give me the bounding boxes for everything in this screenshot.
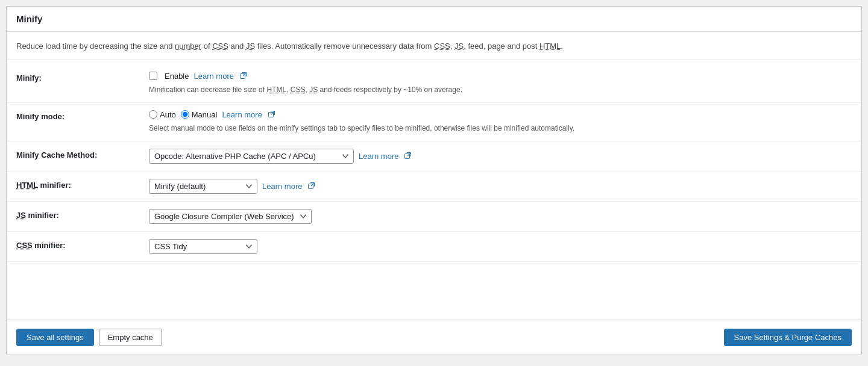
minify-mode-control-row: Auto Manual Learn more: [149, 110, 852, 119]
cache-method-label: Minify Cache Method:: [16, 149, 149, 160]
auto-label[interactable]: Auto: [160, 110, 176, 119]
svg-line-3: [271, 111, 274, 114]
manual-label[interactable]: Manual: [192, 110, 218, 119]
css-minifier-control: CSS Tidy Minify None: [149, 239, 852, 254]
manual-radio[interactable]: [181, 110, 189, 119]
content-area: Minify: Enable Learn more Minifi: [7, 60, 861, 320]
css-minifier-select[interactable]: CSS Tidy Minify None: [149, 239, 257, 254]
auto-radio-option: Auto: [149, 110, 176, 119]
footer-right: Save Settings & Purge Caches: [724, 329, 852, 346]
html-minifier-select[interactable]: Minify (default) HTML Tidy None: [149, 179, 257, 194]
html-minifier-learn-more-link[interactable]: Learn more: [262, 182, 302, 191]
minify-enable-label[interactable]: Enable: [165, 72, 189, 81]
html-minifier-control-row: Minify (default) HTML Tidy None Learn mo…: [149, 179, 852, 194]
css-minifier-row: CSS minifier: CSS Tidy Minify None: [7, 232, 861, 262]
minify-enable-checkbox[interactable]: [149, 72, 157, 80]
html-minifier-row: HTML minifier: Minify (default) HTML Tid…: [7, 172, 861, 202]
minify-control-row: Enable Learn more: [149, 72, 852, 81]
html-minifier-control: Minify (default) HTML Tidy None Learn mo…: [149, 179, 852, 194]
cache-method-learn-more-icon: [404, 152, 411, 161]
css-minifier-control-row: CSS Tidy Minify None: [149, 239, 852, 254]
cache-method-control: Opcode: Alternative PHP Cache (APC / APC…: [149, 149, 852, 164]
footer-left: Save all settings Empty cache: [16, 329, 162, 346]
js-minifier-label: JS minifier:: [16, 209, 149, 220]
footer-bar: Save all settings Empty cache Save Setti…: [7, 320, 861, 355]
minify-mode-label: Minify mode:: [16, 110, 149, 121]
minify-mode-control: Auto Manual Learn more: [149, 110, 852, 134]
page-title: Minify: [7, 7, 861, 32]
minify-mode-learn-more-icon: [268, 110, 275, 119]
js-minifier-control: Google Closure Compiler (Web Service) JS…: [149, 209, 852, 224]
html-minifier-label: HTML minifier:: [16, 179, 149, 190]
svg-line-1: [243, 73, 246, 76]
auto-radio[interactable]: [149, 110, 157, 119]
empty-cache-button[interactable]: Empty cache: [99, 329, 162, 346]
cache-method-learn-more-link[interactable]: Learn more: [359, 152, 398, 161]
minify-hint: Minification can decrease file size of H…: [149, 84, 852, 95]
cache-method-control-row: Opcode: Alternative PHP Cache (APC / APC…: [149, 149, 852, 164]
minify-control: Enable Learn more Minification can decre…: [149, 72, 852, 95]
minify-mode-learn-more-link[interactable]: Learn more: [222, 110, 262, 119]
minify-setting-row: Minify: Enable Learn more Minifi: [7, 64, 861, 103]
css-minifier-label: CSS minifier:: [16, 239, 149, 250]
page-description: Reduce load time by decreasing the size …: [7, 32, 861, 60]
html-minifier-learn-more-icon: [308, 182, 315, 191]
js-minifier-select[interactable]: Google Closure Compiler (Web Service) JS…: [149, 209, 312, 224]
minify-learn-more-icon: [240, 72, 247, 81]
svg-line-5: [407, 153, 410, 156]
minify-mode-hint: Select manual mode to use fields on the …: [149, 123, 852, 134]
settings-panel: Minify Reduce load time by decreasing th…: [6, 6, 862, 355]
cache-method-row: Minify Cache Method: Opcode: Alternative…: [7, 141, 861, 172]
minify-learn-more-link[interactable]: Learn more: [193, 72, 233, 81]
save-purge-button[interactable]: Save Settings & Purge Caches: [724, 329, 852, 346]
svg-line-7: [311, 183, 314, 186]
cache-method-select[interactable]: Opcode: Alternative PHP Cache (APC / APC…: [149, 149, 354, 164]
minify-label: Minify:: [16, 72, 149, 82]
js-minifier-row: JS minifier: Google Closure Compiler (We…: [7, 202, 861, 232]
minify-mode-row: Minify mode: Auto Manual Learn more: [7, 103, 861, 141]
save-all-button[interactable]: Save all settings: [16, 329, 94, 346]
js-minifier-control-row: Google Closure Compiler (Web Service) JS…: [149, 209, 852, 224]
manual-radio-option: Manual: [181, 110, 218, 119]
